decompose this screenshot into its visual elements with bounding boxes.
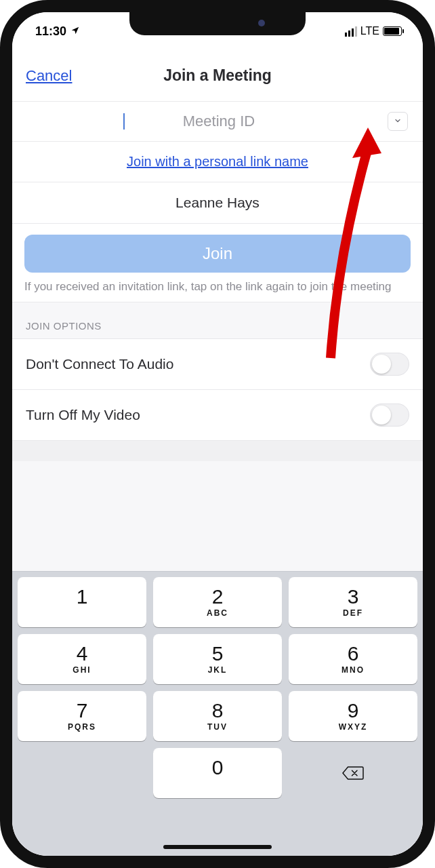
keypad-blank	[18, 748, 146, 798]
keypad-key-5[interactable]: 5JKL	[153, 634, 282, 684]
nav-header: Cancel Join a Meeting	[12, 50, 423, 102]
join-options-header: JOIN OPTIONS	[12, 302, 423, 339]
option-audio-toggle[interactable]	[370, 353, 409, 376]
join-section: Join If you received an invitation link,…	[12, 224, 423, 302]
chevron-down-icon	[394, 116, 402, 127]
personal-link-button[interactable]: Join with a personal link name	[127, 154, 308, 170]
home-indicator[interactable]	[163, 845, 272, 849]
meeting-id-input[interactable]	[126, 113, 312, 130]
keypad-key-8[interactable]: 8TUV	[153, 691, 282, 741]
page-title: Join a Meeting	[163, 66, 272, 85]
personal-link-row: Join with a personal link name	[12, 142, 423, 182]
cancel-button[interactable]: Cancel	[26, 67, 72, 85]
signal-icon	[345, 26, 357, 37]
display-name-value: Leanne Hays	[175, 195, 260, 211]
keypad-key-3[interactable]: 3DEF	[289, 577, 417, 627]
display-name-row[interactable]: Leanne Hays	[12, 182, 423, 224]
phone-frame: 11:30 LTE Cancel Join a Meeting	[0, 0, 435, 868]
keypad-key-1[interactable]: 1	[18, 577, 146, 627]
keypad-key-6[interactable]: 6MNO	[289, 634, 417, 684]
option-video-label: Turn Off My Video	[26, 407, 140, 423]
option-video-toggle[interactable]	[370, 403, 409, 427]
keypad-key-9[interactable]: 9WXYZ	[289, 691, 417, 741]
spacer	[12, 441, 423, 461]
keypad-key-0[interactable]: 0	[153, 748, 282, 798]
numeric-keyboard: 1 2ABC3DEF4GHI5JKL6MNO7PQRS8TUV9WXYZ0	[12, 571, 423, 856]
location-icon	[70, 26, 80, 37]
keypad-key-2[interactable]: 2ABC	[153, 577, 282, 627]
keypad-key-4[interactable]: 4GHI	[18, 634, 146, 684]
status-time: 11:30	[35, 24, 66, 39]
help-text: If you received an invitation link, tap …	[24, 279, 411, 295]
meeting-id-row	[12, 102, 423, 142]
keypad-key-7[interactable]: 7PQRS	[18, 691, 146, 741]
join-button[interactable]: Join	[24, 235, 411, 273]
notch	[129, 12, 306, 35]
option-audio-label: Don't Connect To Audio	[26, 356, 173, 372]
keypad-backspace[interactable]	[289, 748, 417, 798]
meeting-history-dropdown[interactable]	[388, 112, 408, 131]
option-video-row: Turn Off My Video	[12, 390, 423, 441]
option-audio-row: Don't Connect To Audio	[12, 339, 423, 390]
battery-icon	[383, 26, 404, 36]
carrier-label: LTE	[360, 25, 379, 37]
text-cursor	[123, 113, 125, 130]
